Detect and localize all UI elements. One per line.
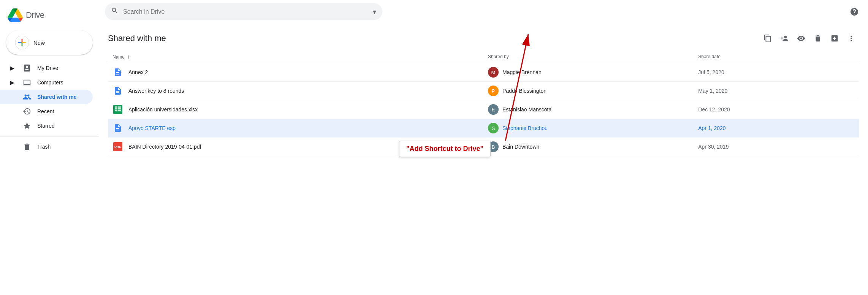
shared-by-cell: S Stephanie Bruchou <box>483 119 694 138</box>
share-date-cell: May 1, 2020 <box>694 82 859 100</box>
more-options-button[interactable] <box>844 31 859 46</box>
delete-button[interactable] <box>810 31 825 46</box>
shared-with-me-icon <box>23 93 31 101</box>
share-date-cell: Jul 5, 2020 <box>694 63 859 82</box>
search-input[interactable] <box>123 8 368 15</box>
file-icon: PDF <box>112 141 123 152</box>
file-name: Answer key to 8 rounds <box>128 88 184 94</box>
shared-by-name: Stephanie Bruchou <box>502 125 548 131</box>
sidebar-item-computers[interactable]: ▶ Computers <box>0 75 93 90</box>
header-actions <box>760 31 859 46</box>
add-shortcut-button[interactable] <box>827 31 842 46</box>
new-button-label: New <box>33 40 45 46</box>
file-name: Apoyo STARTE esp <box>128 125 176 131</box>
sidebar-label-trash: Trash <box>37 144 51 150</box>
file-icon <box>112 104 123 115</box>
sidebar-label-shared-with-me: Shared with me <box>37 94 76 100</box>
file-name: Annex 2 <box>128 69 148 75</box>
file-icon <box>112 67 123 78</box>
file-name-cell[interactable]: Aplicación universidades.xlsx <box>108 100 483 119</box>
svg-rect-7 <box>113 105 122 114</box>
new-button[interactable]: New <box>6 30 93 55</box>
svg-text:PDF: PDF <box>114 145 122 149</box>
shared-by-cell: M Maggie Brennan <box>483 63 694 82</box>
svg-rect-12 <box>115 110 117 111</box>
sidebar: Drive New ▶ My Drive ▶ <box>0 0 99 295</box>
sidebar-label-my-drive: My Drive <box>37 65 58 71</box>
shared-by-name: Paddy Blessington <box>502 88 546 94</box>
avatar: P <box>488 86 499 96</box>
file-icon <box>112 86 123 96</box>
table-row[interactable]: Apoyo STARTE esp S Stephanie Bruchou Apr… <box>108 119 859 138</box>
expand-icon-my-drive: ▶ <box>9 65 15 71</box>
file-name-cell[interactable]: Answer key to 8 rounds <box>108 82 483 100</box>
sidebar-divider <box>0 136 99 136</box>
table-row[interactable]: Annex 2 M Maggie Brennan Jul 5, 2020 <box>108 63 859 82</box>
share-date-cell: Apr 30, 2019 <box>694 138 859 156</box>
svg-rect-9 <box>118 106 121 108</box>
share-date: Apr 1, 2020 <box>698 125 725 131</box>
shared-by-name: Estanislao Manscota <box>502 106 551 113</box>
app-logo: Drive <box>0 4 99 30</box>
sidebar-label-recent: Recent <box>37 108 54 114</box>
avatar: M <box>488 67 499 78</box>
shared-by-cell: E Estanislao Manscota <box>483 100 694 119</box>
help-button[interactable] <box>847 4 862 19</box>
starred-icon <box>23 122 31 130</box>
svg-rect-10 <box>115 108 117 109</box>
svg-rect-13 <box>118 110 121 111</box>
search-dropdown-icon[interactable]: ▾ <box>373 8 376 16</box>
my-drive-icon <box>23 64 31 72</box>
share-date-cell: Apr 1, 2020 <box>694 119 859 138</box>
preview-button[interactable] <box>794 31 809 46</box>
col-header-name: Name ↑ <box>108 51 483 63</box>
copy-link-button[interactable] <box>760 31 775 46</box>
expand-icon-computers: ▶ <box>9 79 15 86</box>
drive-logo-icon <box>8 8 23 23</box>
share-date: May 1, 2020 <box>698 88 727 94</box>
avatar: E <box>488 104 499 115</box>
sidebar-item-my-drive[interactable]: ▶ My Drive <box>0 61 93 75</box>
file-name: Aplicación universidades.xlsx <box>128 106 198 113</box>
file-name-cell[interactable]: Apoyo STARTE esp <box>108 119 483 138</box>
table-header: Name ↑ Shared by Share date <box>108 51 859 63</box>
tooltip-add-shortcut: "Add Shortcut to Drive" <box>399 141 491 157</box>
sidebar-item-recent[interactable]: ▶ Recent <box>0 104 93 119</box>
share-date: Dec 12, 2020 <box>698 106 730 113</box>
topbar: ▾ <box>99 0 868 23</box>
app-title: Drive <box>26 10 44 20</box>
trash-icon <box>23 143 31 151</box>
file-name: BAIN Directory 2019-04-01.pdf <box>128 144 201 150</box>
avatar: S <box>488 123 499 133</box>
search-bar[interactable]: ▾ <box>105 3 382 20</box>
table-row[interactable]: Aplicación universidades.xlsx E Estanisl… <box>108 100 859 119</box>
sidebar-item-trash[interactable]: ▶ Trash <box>0 140 93 154</box>
svg-rect-8 <box>115 106 117 108</box>
svg-rect-11 <box>118 108 121 109</box>
share-date-cell: Dec 12, 2020 <box>694 100 859 119</box>
share-date: Apr 30, 2019 <box>698 144 729 150</box>
table-row[interactable]: Answer key to 8 rounds P Paddy Blessingt… <box>108 82 859 100</box>
search-icon <box>111 7 119 16</box>
share-button[interactable] <box>777 31 792 46</box>
shared-by-name: Maggie Brennan <box>502 69 542 75</box>
sidebar-item-shared-with-me[interactable]: ▶ Shared with me <box>0 90 93 104</box>
plus-icon <box>15 36 29 49</box>
file-name-cell[interactable]: Annex 2 <box>108 63 483 82</box>
computers-icon <box>23 78 31 87</box>
share-date: Jul 5, 2020 <box>698 69 724 75</box>
shared-by-cell: P Paddy Blessington <box>483 82 694 100</box>
shared-by-cell: B Bain Downtown <box>483 138 694 156</box>
sort-icon[interactable]: ↑ <box>127 54 130 60</box>
file-icon <box>112 123 123 133</box>
col-header-share-date: Share date <box>694 51 859 63</box>
topbar-right <box>847 4 862 19</box>
sidebar-item-starred[interactable]: ▶ Starred <box>0 119 93 133</box>
sidebar-label-computers: Computers <box>37 79 63 86</box>
col-header-shared-by: Shared by <box>483 51 694 63</box>
shared-by-name: Bain Downtown <box>502 144 539 150</box>
content-header: Shared with me <box>108 23 859 51</box>
content-area: Shared with me <box>99 23 868 295</box>
sidebar-label-starred: Starred <box>37 123 55 129</box>
recent-icon <box>23 107 31 116</box>
